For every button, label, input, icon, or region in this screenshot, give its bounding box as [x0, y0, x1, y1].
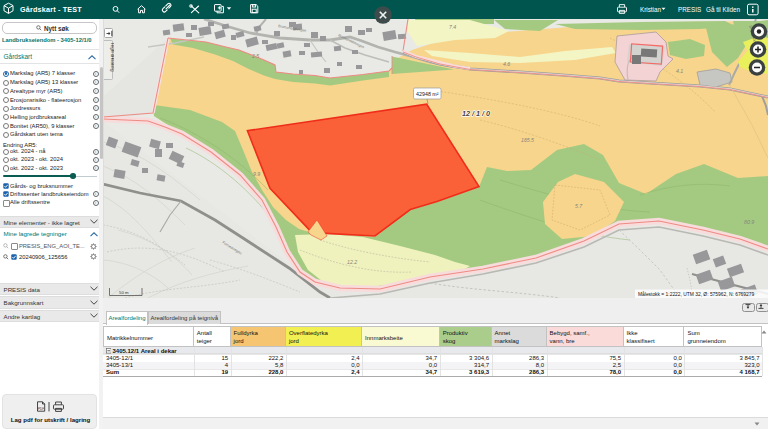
svg-text:Tegnforklaring: Tegnforklaring — [109, 42, 113, 72]
svg-text:42948 m²: 42948 m² — [416, 91, 439, 97]
svg-text:PDF: PDF — [38, 407, 44, 411]
svg-text:80.9: 80.9 — [744, 219, 754, 225]
svg-text:Målestokk = 1:2222, UTM 32, Ø:: Målestokk = 1:2222, UTM 32, Ø: 575962, N… — [638, 291, 755, 297]
svg-text:7.4: 7.4 — [449, 24, 456, 30]
svg-text:12 / 1 / 0: 12 / 1 / 0 — [462, 109, 490, 118]
svg-text:4.6: 4.6 — [503, 61, 510, 67]
svg-text:12.2: 12.2 — [347, 259, 357, 265]
svg-text:4.1: 4.1 — [676, 68, 683, 74]
svg-text:5.7: 5.7 — [575, 203, 583, 209]
svg-text:165.5: 165.5 — [521, 137, 534, 143]
svg-text:9.9: 9.9 — [253, 171, 260, 177]
svg-text:50 m: 50 m — [119, 290, 129, 295]
svg-text:2.5: 2.5 — [251, 53, 259, 59]
